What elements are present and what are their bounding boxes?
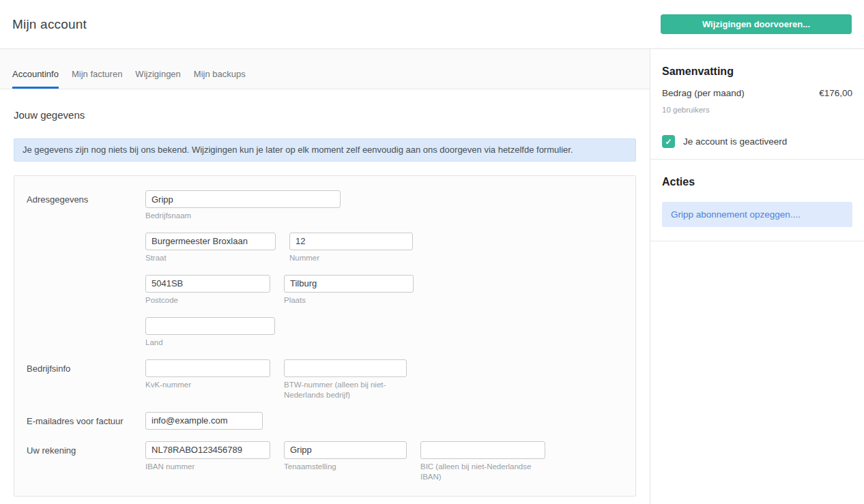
account-info-panel: Jouw gegevens Je gegevens zijn nog niets… bbox=[0, 109, 650, 496]
kvk-nummer-input[interactable] bbox=[145, 359, 270, 377]
tab-mijn-facturen[interactable]: Mijn facturen bbox=[72, 69, 122, 89]
field-helper: Plaats bbox=[284, 295, 414, 306]
account-activated-checkbox[interactable] bbox=[662, 135, 675, 148]
summary-section: Samenvatting Bedrag (per maand) €176,00 … bbox=[650, 49, 864, 160]
form-row: Postcode Plaats bbox=[145, 275, 623, 306]
field-helper: KvK-nummer bbox=[145, 380, 270, 390]
btw-nummer-input[interactable] bbox=[284, 359, 407, 377]
iban-input[interactable] bbox=[145, 441, 270, 459]
page-body: Accountinfo Mijn facturen Wijzigingen Mi… bbox=[0, 49, 864, 504]
actions-title: Acties bbox=[662, 176, 852, 188]
amount-label: Bedrag (per maand) bbox=[662, 88, 745, 98]
account-activated-row: Je account is geactiveerd bbox=[662, 135, 852, 148]
field-helper: BIC (alleen bij niet-Nederlandse IBAN) bbox=[420, 462, 545, 482]
form-group-label: Uw rekening bbox=[27, 441, 145, 482]
bedrijfsnaam-input[interactable] bbox=[145, 190, 341, 208]
form-row: Bedrijfsnaam bbox=[145, 190, 623, 221]
field-helper: Straat bbox=[145, 253, 276, 263]
page-title: Mijn account bbox=[12, 17, 87, 32]
amount-value: €176,00 bbox=[819, 88, 852, 98]
field-helper: IBAN nummer bbox=[145, 462, 270, 472]
field-helper: Tenaamstelling bbox=[284, 462, 407, 472]
my-account-page: Mijn account Wijzigingen doorvoeren... A… bbox=[0, 0, 864, 504]
plaats-input[interactable] bbox=[284, 275, 414, 293]
straat-input[interactable] bbox=[145, 233, 276, 250]
form-group-adresgegevens: Adresgegevens Bedrijfsnaam bbox=[27, 190, 623, 348]
form-row: Land bbox=[145, 317, 623, 348]
form-row: IBAN nummer Tenaamstelling BIC (alleen b… bbox=[145, 441, 623, 482]
form-row bbox=[145, 412, 623, 430]
actions-section: Acties Gripp abonnement opzeggen.... bbox=[650, 160, 864, 241]
cancel-subscription-button[interactable]: Gripp abonnement opzeggen.... bbox=[662, 202, 852, 227]
form-group-factuur-email: E-mailadres voor factuur bbox=[27, 412, 623, 430]
form-row: KvK-nummer BTW-nummer (alleen bij niet-N… bbox=[145, 359, 623, 400]
form-group-uw-rekening: Uw rekening IBAN nummer Tenaamstelling bbox=[27, 441, 623, 482]
form-row: Straat Nummer bbox=[145, 233, 623, 263]
account-form-card: Adresgegevens Bedrijfsnaam bbox=[14, 175, 636, 496]
field-helper: Bedrijfsnaam bbox=[145, 211, 341, 221]
field-helper: BTW-nummer (alleen bij niet-Nederlands b… bbox=[284, 380, 407, 400]
postcode-input[interactable] bbox=[145, 275, 270, 293]
tab-accountinfo[interactable]: Accountinfo bbox=[12, 69, 59, 89]
form-group-bedrijfsinfo: Bedrijfsinfo KvK-nummer BTW-nummer (alle… bbox=[27, 359, 623, 400]
tab-wijzigingen[interactable]: Wijzigingen bbox=[135, 69, 180, 89]
summary-sidebar: Samenvatting Bedrag (per maand) €176,00 … bbox=[650, 49, 864, 504]
land-input[interactable] bbox=[145, 317, 275, 335]
tab-mijn-backups[interactable]: Mijn backups bbox=[194, 69, 246, 89]
field-helper: Postcode bbox=[145, 295, 270, 306]
form-group-label: E-mailadres voor factuur bbox=[27, 412, 145, 430]
summary-title: Samenvatting bbox=[662, 65, 852, 78]
apply-changes-button[interactable]: Wijzigingen doorvoeren... bbox=[661, 14, 852, 34]
form-group-label: Bedrijfsinfo bbox=[27, 359, 145, 400]
users-note: 10 gebruikers bbox=[662, 106, 852, 114]
info-banner: Je gegevens zijn nog niets bij ons beken… bbox=[14, 138, 636, 162]
factuur-email-input[interactable] bbox=[145, 412, 263, 430]
nummer-input[interactable] bbox=[289, 233, 413, 250]
account-activated-label: Je account is geactiveerd bbox=[683, 136, 787, 147]
section-title: Jouw gegevens bbox=[14, 109, 636, 121]
form-group-label: Adresgegevens bbox=[27, 190, 145, 348]
main-content: Accountinfo Mijn facturen Wijzigingen Mi… bbox=[0, 49, 650, 504]
amount-row: Bedrag (per maand) €176,00 bbox=[662, 88, 852, 98]
bic-input[interactable] bbox=[420, 441, 545, 459]
tab-bar: Accountinfo Mijn facturen Wijzigingen Mi… bbox=[0, 49, 650, 89]
tenaamstelling-input[interactable] bbox=[284, 441, 407, 459]
field-helper: Nummer bbox=[289, 253, 413, 263]
page-header: Mijn account Wijzigingen doorvoeren... bbox=[0, 0, 864, 49]
field-helper: Land bbox=[145, 338, 275, 348]
